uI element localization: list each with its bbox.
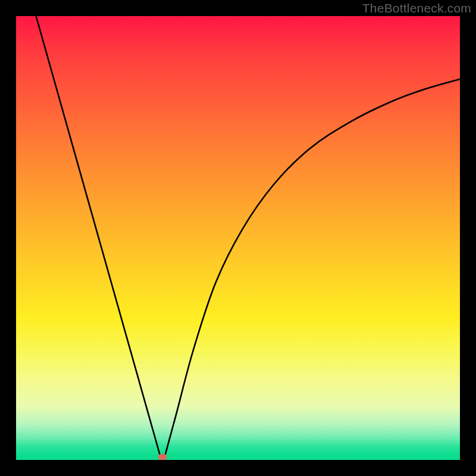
curve-right-branch <box>165 79 460 456</box>
minimum-marker <box>158 454 167 460</box>
chart-plot-area <box>16 16 460 460</box>
bottleneck-curve <box>16 16 460 460</box>
watermark-text: TheBottleneck.com <box>362 1 471 15</box>
curve-left-branch <box>36 16 161 456</box>
